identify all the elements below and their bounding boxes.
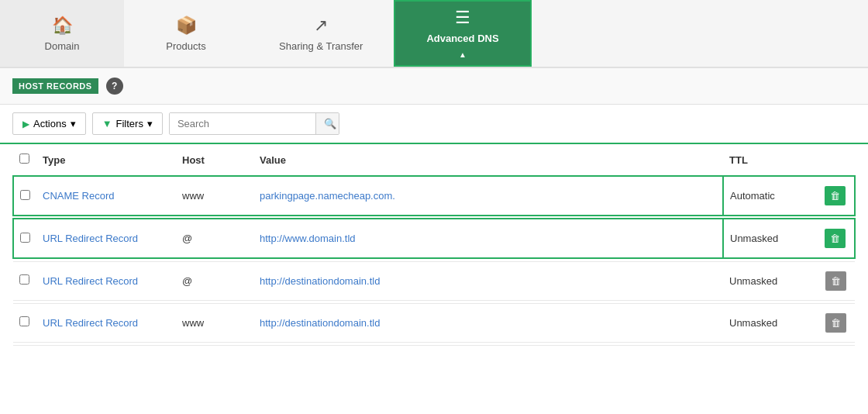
row-value: parkingpage.namecheap.com. [253, 176, 723, 216]
toolbar: ▶ Actions ▾ ▼ Filters ▾ 🔍 [0, 105, 868, 144]
search-input[interactable] [170, 113, 315, 134]
spacer-row [13, 342, 855, 345]
row-type: URL Redirect Record [36, 261, 176, 300]
sharing-icon: ↗ [314, 16, 328, 36]
row-checkbox[interactable] [19, 274, 29, 285]
top-nav: 🏠 Domain 📦 Products ↗ Sharing & Transfer… [0, 0, 868, 68]
row-action-cell: 🗑 [816, 303, 855, 342]
col-checkbox [13, 144, 36, 176]
row-action-cell: 🗑 [816, 176, 855, 216]
actions-caret: ▾ [71, 118, 76, 129]
row-ttl: Unmasked [723, 261, 816, 300]
domain-icon: 🏠 [52, 16, 73, 36]
table-row: URL Redirect Recordwwwhttp://destination… [13, 303, 855, 342]
advanced-dns-caret: ▲ [459, 50, 467, 59]
row-type: URL Redirect Record [36, 303, 176, 342]
search-button[interactable]: 🔍 [315, 113, 339, 134]
filters-label: Filters [116, 118, 143, 129]
filters-button[interactable]: ▼ Filters ▾ [92, 112, 163, 135]
row-value: http://destinationdomain.tld [253, 261, 723, 300]
table-row: CNAME Recordwwwparkingpage.namecheap.com… [13, 176, 855, 216]
tab-domain-label: Domain [45, 40, 80, 52]
row-ttl: Unmasked [723, 303, 816, 342]
delete-button[interactable]: 🗑 [825, 229, 846, 248]
play-icon: ▶ [22, 119, 29, 129]
row-value-link[interactable]: http://destinationdomain.tld [260, 275, 380, 287]
tab-products[interactable]: 📦 Products [124, 0, 248, 67]
row-checkbox[interactable] [20, 190, 30, 200]
row-value: http://www.domain.tld [253, 219, 723, 258]
row-type-link[interactable]: URL Redirect Record [43, 317, 138, 329]
delete-button[interactable]: 🗑 [825, 186, 846, 205]
row-value-link[interactable]: http://www.domain.tld [260, 233, 356, 244]
row-checkbox-cell [13, 261, 36, 300]
col-action [816, 144, 855, 176]
products-icon: 📦 [176, 16, 197, 36]
delete-button[interactable]: 🗑 [825, 271, 846, 291]
tab-advanced-dns[interactable]: ☰ Advanced DNS ▲ [394, 0, 531, 67]
row-checkbox[interactable] [20, 233, 30, 243]
row-action-cell: 🗑 [816, 219, 855, 258]
tab-sharing-label: Sharing & Transfer [279, 40, 363, 52]
row-type-link[interactable]: URL Redirect Record [43, 233, 138, 244]
row-value-link[interactable]: parkingpage.namecheap.com. [260, 190, 395, 202]
col-host: Host [176, 144, 253, 176]
col-type: Type [36, 144, 176, 176]
col-value: Value [253, 144, 723, 176]
help-icon[interactable]: ? [106, 78, 123, 95]
row-action-cell: 🗑 [816, 261, 855, 300]
row-checkbox-cell [13, 303, 36, 342]
tab-products-label: Products [166, 40, 205, 52]
advanced-dns-icon: ☰ [455, 8, 470, 28]
table-header-row: Type Host Value TTL [13, 144, 855, 176]
row-type-link[interactable]: CNAME Record [43, 190, 114, 202]
select-all-checkbox[interactable] [19, 154, 29, 164]
search-box: 🔍 [169, 112, 339, 135]
actions-label: Actions [33, 118, 67, 129]
row-host: @ [176, 261, 253, 300]
row-ttl: Unmasked [723, 219, 816, 258]
row-type: CNAME Record [36, 176, 176, 216]
tab-domain[interactable]: 🏠 Domain [0, 0, 124, 67]
section-header: HOST RECORDS ? [0, 68, 868, 105]
row-host: www [176, 176, 253, 216]
table-row: URL Redirect Record@http://destinationdo… [13, 261, 855, 300]
host-records-table: Type Host Value TTL CNAME Recordwwwparki… [12, 144, 856, 346]
row-value: http://destinationdomain.tld [253, 303, 723, 342]
row-host: @ [176, 219, 253, 258]
tab-advanced-dns-label: Advanced DNS [426, 33, 498, 44]
row-checkbox-cell [13, 176, 36, 216]
filter-icon: ▼ [102, 118, 112, 129]
row-checkbox-cell [13, 219, 36, 258]
tab-sharing[interactable]: ↗ Sharing & Transfer [248, 0, 394, 67]
table-body: CNAME Recordwwwparkingpage.namecheap.com… [13, 176, 855, 345]
row-host: www [176, 303, 253, 342]
actions-button[interactable]: ▶ Actions ▾ [12, 112, 86, 135]
row-ttl: Automatic [723, 176, 816, 216]
row-type-link[interactable]: URL Redirect Record [43, 275, 138, 287]
table-row: URL Redirect Record@http://www.domain.tl… [13, 219, 855, 258]
row-value-link[interactable]: http://destinationdomain.tld [260, 317, 380, 329]
delete-button[interactable]: 🗑 [825, 313, 846, 333]
col-ttl: TTL [723, 144, 816, 176]
row-checkbox[interactable] [19, 316, 29, 326]
row-type: URL Redirect Record [36, 219, 176, 258]
table-container: Type Host Value TTL CNAME Recordwwwparki… [0, 144, 868, 346]
host-records-title: HOST RECORDS [12, 78, 98, 94]
filters-caret: ▾ [147, 118, 153, 129]
